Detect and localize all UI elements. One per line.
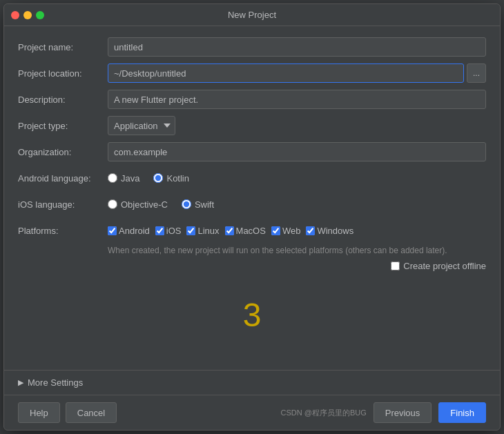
platform-windows[interactable]: Windows	[306, 226, 353, 236]
description-input[interactable]	[108, 90, 486, 109]
cancel-button[interactable]: Cancel	[66, 402, 117, 423]
organization-input[interactable]	[108, 142, 486, 161]
platforms-label: Platforms:	[18, 226, 108, 236]
platform-web[interactable]: Web	[271, 226, 301, 236]
android-java-option[interactable]: Java	[108, 173, 139, 184]
create-offline-checkbox[interactable]	[391, 262, 400, 270]
dialog-footer: Help Cancel CSDN @程序员里的BUG Previous Fini…	[4, 395, 500, 430]
android-kotlin-option[interactable]: Kotlin	[153, 173, 189, 184]
android-java-label: Java	[121, 173, 139, 184]
platform-android-label: Android	[119, 226, 150, 236]
ios-objc-option[interactable]: Objective-C	[108, 199, 168, 210]
organization-control	[108, 142, 486, 161]
dialog-title: New Project	[228, 10, 276, 20]
maximize-button[interactable]	[36, 11, 44, 19]
platforms-hint: When created, the new project will run o…	[108, 246, 486, 255]
platform-windows-label: Windows	[317, 226, 353, 236]
project-name-input[interactable]	[108, 37, 486, 57]
footer-right: CSDN @程序员里的BUG Previous Finish	[281, 402, 487, 423]
footer-left: Help Cancel	[18, 402, 117, 423]
organization-label: Organization:	[18, 147, 108, 157]
organization-row: Organization:	[18, 142, 486, 161]
location-input-wrapper	[108, 63, 464, 83]
ios-objc-label: Objective-C	[121, 199, 168, 210]
android-java-radio[interactable]	[108, 173, 117, 183]
project-type-label: Project type:	[18, 121, 108, 131]
android-language-row: Android language: Java Kotlin	[18, 168, 486, 188]
platform-ios-label: iOS	[166, 226, 182, 236]
platform-linux-label: Linux	[197, 226, 219, 236]
form-content: Project name: Project location: ... Desc…	[4, 26, 500, 370]
android-language-label: Android language:	[18, 173, 108, 184]
csdn-badge: CSDN @程序员里的BUG	[281, 408, 367, 418]
ios-swift-option[interactable]: Swift	[182, 199, 214, 210]
project-name-row: Project name:	[18, 37, 486, 57]
project-location-input[interactable]	[108, 63, 464, 83]
platform-macos-checkbox[interactable]	[225, 226, 234, 235]
ios-language-label: iOS language:	[18, 199, 108, 210]
ios-language-control: Objective-C Swift	[108, 199, 486, 210]
project-name-control	[108, 37, 486, 57]
platforms-control: Android iOS Linux MacOS	[108, 226, 486, 236]
ios-objc-radio[interactable]	[108, 199, 117, 209]
step-number: 3	[243, 296, 262, 334]
platform-windows-checkbox[interactable]	[306, 226, 315, 235]
platforms-row: Platforms: Android iOS Linux	[18, 221, 486, 240]
project-type-select[interactable]: Application Plugin Package Module	[108, 116, 175, 135]
platform-ios[interactable]: iOS	[155, 226, 182, 236]
platform-macos[interactable]: MacOS	[225, 226, 266, 236]
browse-button[interactable]: ...	[467, 63, 486, 83]
close-button[interactable]	[11, 11, 19, 19]
minimize-button[interactable]	[23, 11, 32, 19]
project-location-row: Project location: ...	[18, 63, 486, 83]
previous-button[interactable]: Previous	[374, 402, 432, 423]
description-row: Description:	[18, 90, 486, 109]
platforms-group: Android iOS Linux MacOS	[108, 226, 486, 236]
project-type-control: Application Plugin Package Module	[108, 116, 486, 135]
platform-ios-checkbox[interactable]	[155, 226, 164, 235]
new-project-dialog: New Project Project name: Project locati…	[3, 3, 501, 431]
android-kotlin-radio[interactable]	[153, 173, 163, 183]
platform-linux-checkbox[interactable]	[186, 226, 195, 235]
description-control	[108, 90, 486, 109]
android-kotlin-label: Kotlin	[166, 173, 189, 184]
platform-android-checkbox[interactable]	[108, 226, 117, 235]
ios-language-group: Objective-C Swift	[108, 199, 486, 210]
more-settings-arrow-icon: ▶	[18, 378, 23, 387]
step-indicator: 3	[18, 271, 486, 359]
android-language-group: Java Kotlin	[108, 173, 486, 184]
project-name-label: Project name:	[18, 42, 108, 52]
more-settings-section[interactable]: ▶ More Settings	[4, 370, 500, 395]
platform-macos-label: MacOS	[236, 226, 266, 236]
description-label: Description:	[18, 95, 108, 105]
ios-swift-radio[interactable]	[182, 199, 191, 209]
help-button[interactable]: Help	[18, 402, 60, 423]
platform-web-label: Web	[282, 226, 301, 236]
android-language-control: Java Kotlin	[108, 173, 486, 184]
project-location-label: Project location:	[18, 68, 108, 79]
finish-button[interactable]: Finish	[438, 402, 486, 423]
ios-language-row: iOS language: Objective-C Swift	[18, 195, 486, 214]
platform-web-checkbox[interactable]	[271, 226, 280, 235]
traffic-lights	[11, 11, 44, 19]
project-type-row: Project type: Application Plugin Package…	[18, 116, 486, 135]
create-offline-label[interactable]: Create project offline	[403, 261, 486, 271]
title-bar: New Project	[4, 4, 500, 26]
more-settings-label: More Settings	[28, 377, 83, 388]
create-offline-row: Create project offline	[18, 261, 486, 271]
platform-linux[interactable]: Linux	[186, 226, 219, 236]
platform-android[interactable]: Android	[108, 226, 150, 236]
project-location-control: ...	[108, 63, 486, 83]
ios-swift-label: Swift	[195, 199, 214, 210]
